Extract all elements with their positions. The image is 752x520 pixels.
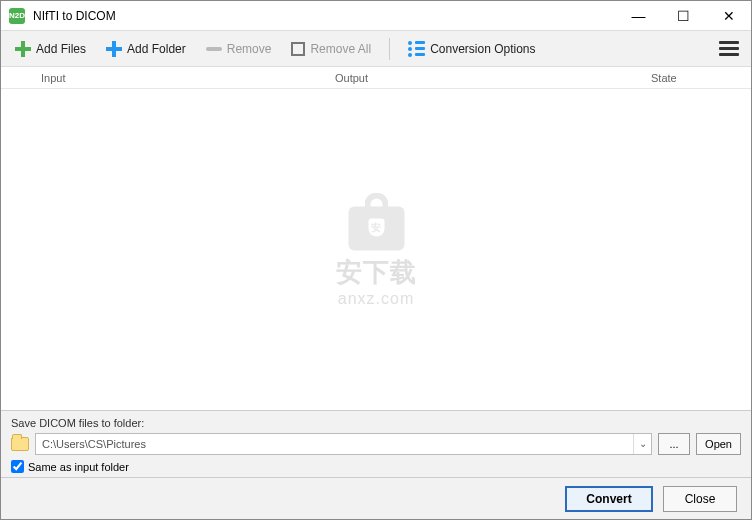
close-window-button[interactable]: ✕: [706, 1, 751, 31]
folder-icon: [11, 437, 29, 451]
close-button[interactable]: Close: [663, 486, 737, 512]
remove-all-button: Remove All: [283, 38, 379, 60]
same-as-input-label: Same as input folder: [28, 461, 129, 473]
chevron-down-icon[interactable]: ⌄: [633, 434, 651, 454]
watermark-bag-icon: 安: [342, 192, 410, 250]
menu-button[interactable]: [713, 35, 745, 62]
convert-button[interactable]: Convert: [565, 486, 653, 512]
watermark-en: anxz.com: [336, 289, 417, 307]
square-icon: [291, 42, 305, 56]
hamburger-icon: [719, 41, 739, 44]
plus-icon: [106, 41, 122, 57]
column-output[interactable]: Output: [331, 72, 651, 84]
conversion-options-label: Conversion Options: [430, 42, 535, 56]
add-folder-button[interactable]: Add Folder: [98, 37, 194, 61]
same-as-input-checkbox[interactable]: Same as input folder: [11, 460, 741, 473]
toolbar: Add Files Add Folder Remove Remove All C…: [1, 31, 751, 67]
titlebar: N2D NIfTI to DICOM — ☐ ✕: [1, 1, 751, 31]
save-panel: Save DICOM files to folder: ⌄ ... Open S…: [1, 410, 751, 477]
save-label: Save DICOM files to folder:: [11, 417, 741, 429]
watermark: 安 安下载 anxz.com: [336, 192, 417, 307]
plus-icon: [15, 41, 31, 57]
remove-all-label: Remove All: [310, 42, 371, 56]
watermark-cn: 安下载: [336, 254, 417, 289]
minus-icon: [206, 47, 222, 51]
window-title: NIfTI to DICOM: [33, 9, 616, 23]
column-state[interactable]: State: [651, 72, 751, 84]
remove-label: Remove: [227, 42, 272, 56]
conversion-options-button[interactable]: Conversion Options: [400, 37, 543, 61]
path-combobox[interactable]: ⌄: [35, 433, 652, 455]
path-input[interactable]: [36, 434, 633, 454]
browse-button[interactable]: ...: [658, 433, 690, 455]
minimize-button[interactable]: —: [616, 1, 661, 31]
remove-button: Remove: [198, 38, 280, 60]
same-as-input-input[interactable]: [11, 460, 24, 473]
separator: [389, 38, 390, 60]
file-list[interactable]: 安 安下载 anxz.com: [1, 89, 751, 410]
column-headers: Input Output State: [1, 67, 751, 89]
add-folder-label: Add Folder: [127, 42, 186, 56]
add-files-button[interactable]: Add Files: [7, 37, 94, 61]
app-icon: N2D: [9, 8, 25, 24]
column-input[interactable]: Input: [1, 72, 331, 84]
add-files-label: Add Files: [36, 42, 86, 56]
options-icon: [408, 41, 425, 57]
action-bar: Convert Close: [1, 477, 751, 519]
open-button[interactable]: Open: [696, 433, 741, 455]
maximize-button[interactable]: ☐: [661, 1, 706, 31]
